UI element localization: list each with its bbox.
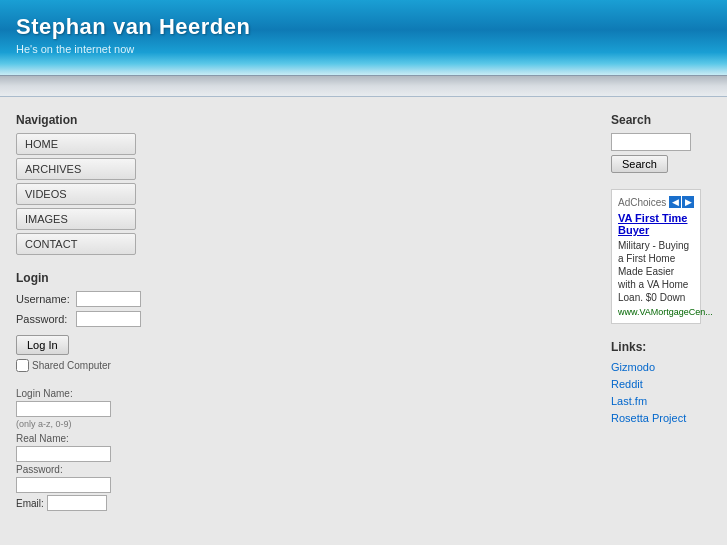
- login-name-hint: (only a-z, 0-9): [16, 419, 176, 429]
- links-list: Gizmodo Reddit Last.fm Rosetta Project: [611, 360, 711, 425]
- ad-choices-label: AdChoices: [618, 197, 666, 208]
- password-row: Password:: [16, 311, 176, 327]
- links-title: Links:: [611, 340, 711, 354]
- username-row: Username:: [16, 291, 176, 307]
- nav-item-images[interactable]: IMAGES: [16, 208, 176, 230]
- search-title: Search: [611, 113, 711, 127]
- ad-header: AdChoices ◀ ▶: [618, 196, 694, 208]
- nav-item-videos[interactable]: VIDEOS: [16, 183, 176, 205]
- search-section: Search Search: [611, 113, 711, 173]
- link-item-gizmodo[interactable]: Gizmodo: [611, 360, 711, 374]
- username-input[interactable]: [76, 291, 141, 307]
- content-wrapper: Navigation HOME ARCHIVES VIDEOS IMAGES C…: [0, 97, 727, 545]
- site-subtitle: He's on the internet now: [16, 43, 711, 55]
- login-name-input[interactable]: [16, 401, 111, 417]
- password-input[interactable]: [76, 311, 141, 327]
- username-label: Username:: [16, 293, 76, 305]
- nav-button-home[interactable]: HOME: [16, 133, 136, 155]
- email-input[interactable]: [47, 495, 107, 511]
- email-label: Email:: [16, 498, 44, 509]
- navigation-title: Navigation: [16, 113, 176, 127]
- ad-section: AdChoices ◀ ▶ VA First Time Buyer Milita…: [611, 189, 701, 324]
- real-name-input[interactable]: [16, 446, 111, 462]
- real-name-label: Real Name:: [16, 433, 176, 444]
- nav-item-archives[interactable]: ARCHIVES: [16, 158, 176, 180]
- link-reddit[interactable]: Reddit: [611, 378, 643, 390]
- register-section: Login Name: (only a-z, 0-9) Real Name: P…: [16, 388, 176, 511]
- ad-link[interactable]: VA First Time Buyer: [618, 212, 694, 236]
- nav-button-images[interactable]: IMAGES: [16, 208, 136, 230]
- ad-next-button[interactable]: ▶: [682, 196, 694, 208]
- link-gizmodo[interactable]: Gizmodo: [611, 361, 655, 373]
- main-content: [176, 113, 611, 541]
- search-input[interactable]: [611, 133, 691, 151]
- ad-body: Military - Buying a First Home Made Easi…: [618, 239, 694, 304]
- password-label: Password:: [16, 313, 76, 325]
- login-button[interactable]: Log In: [16, 335, 69, 355]
- nav-button-archives[interactable]: ARCHIVES: [16, 158, 136, 180]
- shared-computer-row: Shared Computer: [16, 359, 176, 372]
- login-section: Login Username: Password: Log In Shared …: [16, 271, 176, 372]
- reg-password-input[interactable]: [16, 477, 111, 493]
- link-item-lastfm[interactable]: Last.fm: [611, 394, 711, 408]
- ad-prev-button[interactable]: ◀: [669, 196, 681, 208]
- email-row: Email:: [16, 495, 176, 511]
- login-name-label: Login Name:: [16, 388, 176, 399]
- shared-computer-label: Shared Computer: [32, 360, 111, 371]
- navigation-list: HOME ARCHIVES VIDEOS IMAGES CONTACT: [16, 133, 176, 255]
- toolbar-strip: [0, 75, 727, 97]
- link-rosetta[interactable]: Rosetta Project: [611, 412, 686, 424]
- login-title: Login: [16, 271, 176, 285]
- nav-item-contact[interactable]: CONTACT: [16, 233, 176, 255]
- site-title: Stephan van Heerden: [16, 14, 711, 40]
- links-section: Links: Gizmodo Reddit Last.fm Rosetta Pr…: [611, 340, 711, 425]
- ad-nav-buttons: ◀ ▶: [669, 196, 694, 208]
- nav-item-home[interactable]: HOME: [16, 133, 176, 155]
- shared-computer-checkbox[interactable]: [16, 359, 29, 372]
- left-column: Navigation HOME ARCHIVES VIDEOS IMAGES C…: [16, 113, 176, 541]
- right-column: Search Search AdChoices ◀ ▶ VA First Tim…: [611, 113, 711, 541]
- link-lastfm[interactable]: Last.fm: [611, 395, 647, 407]
- ad-url: www.VAMortgageCen...: [618, 307, 694, 317]
- nav-button-videos[interactable]: VIDEOS: [16, 183, 136, 205]
- link-item-rosetta[interactable]: Rosetta Project: [611, 411, 711, 425]
- nav-button-contact[interactable]: CONTACT: [16, 233, 136, 255]
- link-item-reddit[interactable]: Reddit: [611, 377, 711, 391]
- site-header: Stephan van Heerden He's on the internet…: [0, 0, 727, 75]
- search-button[interactable]: Search: [611, 155, 668, 173]
- reg-password-label: Password:: [16, 464, 176, 475]
